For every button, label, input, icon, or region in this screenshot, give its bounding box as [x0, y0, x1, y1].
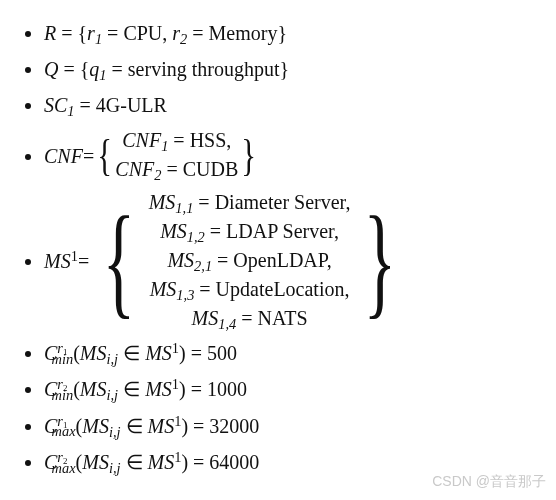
item-Cmax-r1: Cr1max(MSi,j ∈ MS1) = 32000 [44, 411, 538, 443]
item-CNF: CNF = { CNF1 = HSS, CNF2 = CUDB } [44, 127, 538, 185]
item-Cmin-r2: Cr2min(MSi,j ∈ MS1) = 1000 [44, 374, 538, 406]
item-Cmin-r1: Cr1min(MSi,j ∈ MS1) = 500 [44, 338, 538, 370]
left-brace-icon: { [103, 199, 136, 323]
left-brace-icon: { [97, 134, 112, 178]
var-R: R [44, 22, 56, 44]
var-Q: Q [44, 58, 58, 80]
brace-group-ms: { MS1,1 = Diameter Server, MS1,2 = LDAP … [89, 189, 410, 334]
right-brace-icon: } [364, 199, 397, 323]
definition-list: R = {r1 = CPU, r2 = Memory} Q = {q1 = se… [18, 18, 538, 479]
right-brace-icon: } [241, 134, 256, 178]
item-MS: MS1 = { MS1,1 = Diameter Server, MS1,2 =… [44, 189, 538, 334]
brace-group-cnf: { CNF1 = HSS, CNF2 = CUDB } [94, 127, 259, 185]
item-Q: Q = {q1 = serving throughput} [44, 54, 538, 86]
item-R: R = {r1 = CPU, r2 = Memory} [44, 18, 538, 50]
watermark-text: CSDN @音音那子 [432, 471, 546, 492]
item-SC: SC1 = 4G-ULR [44, 90, 538, 122]
